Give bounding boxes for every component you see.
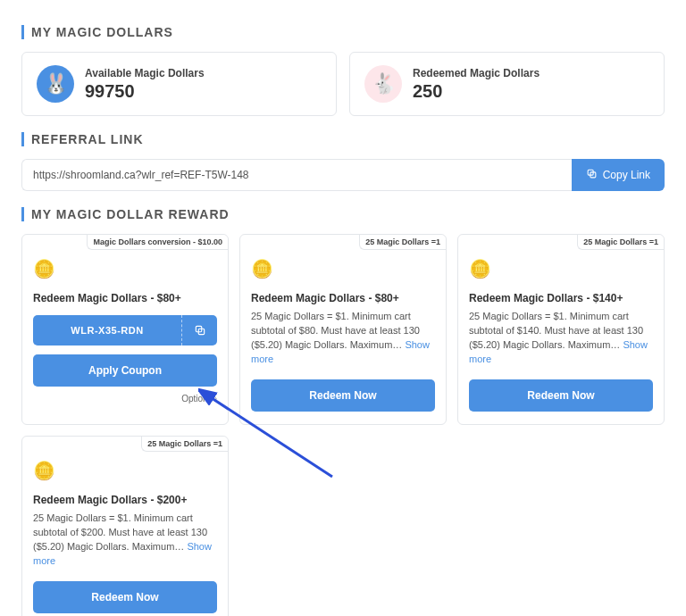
reward-card: 25 Magic Dollars =1 🪙 Redeem Magic Dolla… [457, 234, 665, 425]
reward-tag: 25 Magic Dollars =1 [359, 235, 446, 250]
redeemed-label: Redeemed Magic Dollars [413, 67, 540, 79]
options-toggle[interactable]: Options › [33, 394, 217, 404]
redeemed-card: 🐇 Redeemed Magic Dollars 250 [349, 52, 665, 116]
reward-desc: 25 Magic Dollars = $1. Minimum cart subt… [251, 310, 435, 367]
reward-desc: 25 Magic Dollars = $1. Minimum cart subt… [469, 310, 653, 367]
coin-icon: 🪙 [469, 258, 653, 279]
reward-card-coupon: Magic Dollars conversion - $10.00 🪙 Rede… [21, 234, 229, 425]
redeem-now-button[interactable]: Redeem Now [33, 581, 217, 613]
coin-icon: 🪙 [33, 460, 217, 481]
available-card: 🐰 Available Magic Dollars 99750 [21, 52, 337, 116]
copy-icon [586, 168, 598, 182]
reward-title: Redeem Magic Dollars - $80+ [251, 292, 435, 304]
section-title-magic-dollars: MY MAGIC DOLLARS [21, 25, 665, 39]
copy-link-button[interactable]: Copy Link [572, 159, 665, 191]
reward-title: Redeem Magic Dollars - $140+ [469, 292, 653, 304]
section-title-reward: MY MAGIC DOLLAR REWARD [21, 207, 665, 221]
redeem-now-button[interactable]: Redeem Now [469, 379, 653, 412]
redeemed-value: 250 [413, 81, 540, 102]
coupon-copy-button[interactable] [181, 315, 217, 345]
coupon-pill: WLR-X35-RDN [33, 315, 217, 345]
reward-desc: 25 Magic Dollars = $1. Minimum cart subt… [33, 512, 217, 569]
apply-coupon-button[interactable]: Apply Coupon [33, 354, 217, 387]
reward-tag: Magic Dollars conversion - $10.00 [87, 235, 228, 250]
referral-url-input[interactable] [21, 159, 572, 191]
summary-row: 🐰 Available Magic Dollars 99750 🐇 Redeem… [21, 52, 665, 116]
reward-title: Redeem Magic Dollars - $200+ [33, 494, 217, 506]
reward-tag: 25 Magic Dollars =1 [141, 437, 228, 452]
reward-title: Redeem Magic Dollars - $80+ [33, 292, 217, 304]
section-title-referral: REFERRAL LINK [21, 132, 665, 146]
coin-icon: 🪙 [33, 258, 217, 279]
options-label: Options [181, 394, 212, 404]
available-value: 99750 [85, 81, 205, 102]
rewards-grid: Magic Dollars conversion - $10.00 🪙 Rede… [21, 234, 665, 616]
reward-card: 25 Magic Dollars =1 🪙 Redeem Magic Dolla… [239, 234, 447, 425]
coupon-code: WLR-X35-RDN [33, 325, 181, 336]
chevron-right-icon: › [214, 394, 217, 404]
reward-tag: 25 Magic Dollars =1 [577, 235, 664, 250]
copy-link-label: Copy Link [603, 169, 650, 181]
bunny-pink-icon: 🐇 [364, 65, 402, 103]
redeem-now-button[interactable]: Redeem Now [251, 379, 435, 412]
referral-row: Copy Link [21, 159, 665, 191]
available-label: Available Magic Dollars [85, 67, 205, 79]
reward-card: 25 Magic Dollars =1 🪙 Redeem Magic Dolla… [21, 436, 229, 616]
coin-icon: 🪙 [251, 258, 435, 279]
bunny-blue-icon: 🐰 [37, 65, 74, 103]
